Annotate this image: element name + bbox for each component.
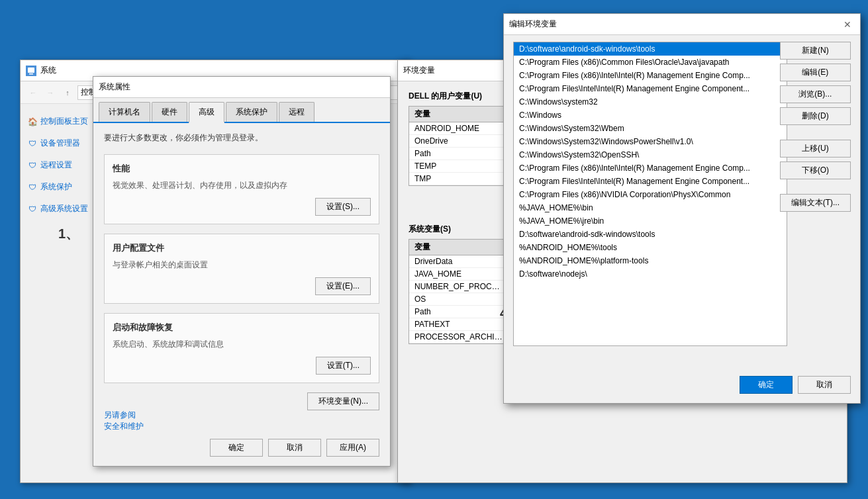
security-link[interactable]: 安全和维护 <box>104 422 144 431</box>
sysprops-title: 系统属性 <box>99 81 130 93</box>
sys-var-name-5: PATHEXT <box>409 318 508 330</box>
perf-label: 性能 <box>113 163 371 175</box>
sys-props-dialog: 系统属性 计算机名 硬件 高级 系统保护 远程 要进行大多数更改，你必须作为管理… <box>93 76 391 467</box>
sys-var-name-6: PROCESSOR_ARCHITECT... <box>409 331 508 343</box>
sysprops-footer-btns: 确定 取消 应用(A) <box>104 439 379 457</box>
path-item-4[interactable]: C:\Windows\system32 <box>514 95 787 109</box>
startup-settings-btn[interactable]: 设置(T)... <box>316 357 371 375</box>
env-vars-btn[interactable]: 环境变量(N)... <box>307 392 379 410</box>
edit-env-dialog: 编辑环境变量 ✕ D:\software\android-sdk-windows… <box>503 13 861 404</box>
sysprops-apply-btn[interactable]: 应用(A) <box>326 439 379 457</box>
edit-env-ok-btn[interactable]: 确定 <box>740 376 793 394</box>
path-list-area: D:\software\android-sdk-windows\tools C:… <box>513 42 787 370</box>
edit-env-btn-col: 新建(N) 编辑(E) 浏览(B)... 删除(D) 上移(U) 下移(O) 编… <box>780 42 851 212</box>
path-item-13[interactable]: %JAVA_HOME%\jre\bin <box>514 214 787 228</box>
sysprops-ok-btn[interactable]: 确定 <box>210 439 263 457</box>
path-item-11[interactable]: C:\Program Files (x86)\NVIDIA Corporatio… <box>514 188 787 201</box>
sys-var-name-2: NUMBER_OF_PROCESS... <box>409 281 508 293</box>
sys-var-name-4: Path <box>409 306 508 318</box>
user-var-name-3: TEMP <box>409 160 508 172</box>
sys-var-name-0: DriverData <box>409 255 508 267</box>
path-item-3[interactable]: C:\Program Files\Intel\Intel(R) Manageme… <box>514 82 787 95</box>
tab-computername[interactable]: 计算机名 <box>99 102 150 122</box>
startup-section: 启动和故障恢复 系统启动、系统故障和调试信息 设置(T)... <box>104 313 379 383</box>
edit-env-moveup-btn[interactable]: 上移(U) <box>780 140 851 158</box>
edit-env-browse-btn[interactable]: 浏览(B)... <box>780 85 851 103</box>
svg-rect-2 <box>29 73 33 75</box>
edit-env-title-left: 编辑环境变量 <box>509 19 557 30</box>
path-item-14[interactable]: D:\software\android-sdk-windows\tools <box>514 228 787 241</box>
startup-desc: 系统启动、系统故障和调试信息 <box>113 339 371 350</box>
env-title-left: 环境变量 <box>403 65 435 76</box>
edit-env-title: 编辑环境变量 <box>509 19 557 30</box>
user-var-name-4: TMP <box>409 173 508 185</box>
path-item-9[interactable]: C:\Program Files (x86)\Intel\Intel(R) Ma… <box>514 161 787 175</box>
path-item-17[interactable]: D:\software\nodejs\ <box>514 267 787 281</box>
sys-var-name-1: JAVA_HOME <box>409 268 508 280</box>
startup-label: 启动和故障恢复 <box>113 322 371 334</box>
sysprops-title-left: 系统属性 <box>99 81 130 93</box>
edit-env-close-btn[interactable]: ✕ <box>840 17 855 32</box>
path-item-0[interactable]: D:\software\android-sdk-windows\tools <box>514 42 787 56</box>
sysprops-footer: 另请参阅 安全和维护 确定 取消 应用(A) <box>104 410 379 457</box>
path-item-8[interactable]: C:\Windows\System32\OpenSSH\ <box>514 148 787 161</box>
remote-icon: 🛡 <box>27 160 38 171</box>
see-also-link[interactable]: 另请参阅 <box>104 410 136 420</box>
protection-icon: 🛡 <box>27 182 38 193</box>
system-icon <box>26 66 36 76</box>
home-icon: 🏠 <box>27 116 38 127</box>
nav-back[interactable]: ← <box>26 85 40 100</box>
nav-up[interactable]: ↑ <box>60 85 75 100</box>
path-item-10[interactable]: C:\Program Files\Intel\Intel(R) Manageme… <box>514 175 787 188</box>
tab-sysprotection[interactable]: 系统保护 <box>226 102 277 122</box>
path-item-1[interactable]: C:\Program Files (x86)\Common Files\Orac… <box>514 56 787 69</box>
path-list: D:\software\android-sdk-windows\tools C:… <box>513 42 787 346</box>
perf-settings-btn[interactable]: 设置(S)... <box>315 198 371 216</box>
user-col-name: 变量 <box>409 107 508 122</box>
userprofile-settings-btn[interactable]: 设置(E)... <box>315 277 371 295</box>
tab-remote[interactable]: 远程 <box>279 102 314 122</box>
sysprops-titlebar: 系统属性 <box>93 77 390 98</box>
nav-forward[interactable]: → <box>43 85 58 100</box>
sysprops-body: 要进行大多数更改，你必须作为管理员登录。 性能 视觉效果、处理器计划、内存使用，… <box>93 123 390 420</box>
env-title: 环境变量 <box>403 65 435 76</box>
edit-env-delete-btn[interactable]: 删除(D) <box>780 107 851 125</box>
user-var-name-2: Path <box>409 148 508 159</box>
edit-env-titlebar: 编辑环境变量 ✕ <box>504 14 860 35</box>
svg-rect-1 <box>28 68 34 73</box>
system-title: 系统 <box>40 65 56 76</box>
edit-env-edit-btn[interactable]: 编辑(E) <box>780 64 851 81</box>
edit-env-movedown-btn[interactable]: 下移(O) <box>780 161 851 179</box>
edit-env-new-btn[interactable]: 新建(N) <box>780 42 851 60</box>
path-item-5[interactable]: C:\Windows <box>514 109 787 122</box>
tab-hardware[interactable]: 硬件 <box>152 102 187 122</box>
edit-env-edittext-btn[interactable]: 编辑文本(T)... <box>780 194 851 212</box>
sysprops-cancel-btn[interactable]: 取消 <box>268 439 321 457</box>
edit-env-footer: 确定 取消 <box>513 376 851 394</box>
advanced-icon: 🛡 <box>27 204 38 214</box>
user-var-name-0: ANDROID_HOME <box>409 122 508 134</box>
path-item-12[interactable]: %JAVA_HOME%\bin <box>514 201 787 214</box>
userprofile-desc: 与登录帐户相关的桌面设置 <box>113 259 371 271</box>
tab-advanced[interactable]: 高级 <box>189 102 224 123</box>
tabs-bar: 计算机名 硬件 高级 系统保护 远程 <box>93 98 390 123</box>
warning-text: 要进行大多数更改，你必须作为管理员登录。 <box>104 132 379 144</box>
performance-section: 性能 视觉效果、处理器计划、内存使用，以及虚拟内存 设置(S)... <box>104 154 379 224</box>
userprofile-label: 用户配置文件 <box>113 242 371 254</box>
userprofile-section: 用户配置文件 与登录帐户相关的桌面设置 设置(E)... <box>104 234 379 304</box>
annotation-1: 1、 <box>58 225 79 243</box>
sys-col-name: 变量 <box>409 240 508 255</box>
user-var-name-1: OneDrive <box>409 135 508 147</box>
path-item-2[interactable]: C:\Program Files (x86)\Intel\Intel(R) Ma… <box>514 69 787 82</box>
sys-var-name-3: OS <box>409 293 508 305</box>
path-item-6[interactable]: C:\Windows\System32\Wbem <box>514 122 787 135</box>
device-icon: 🛡 <box>27 138 38 149</box>
path-item-16[interactable]: %ANDROID_HOME%\platform-tools <box>514 254 787 267</box>
path-item-15[interactable]: %ANDROID_HOME%\tools <box>514 241 787 254</box>
edit-env-cancel-btn[interactable]: 取消 <box>798 376 851 394</box>
path-item-7[interactable]: C:\Windows\System32\WindowsPowerShell\v1… <box>514 135 787 148</box>
perf-desc: 视觉效果、处理器计划、内存使用，以及虚拟内存 <box>113 180 371 191</box>
